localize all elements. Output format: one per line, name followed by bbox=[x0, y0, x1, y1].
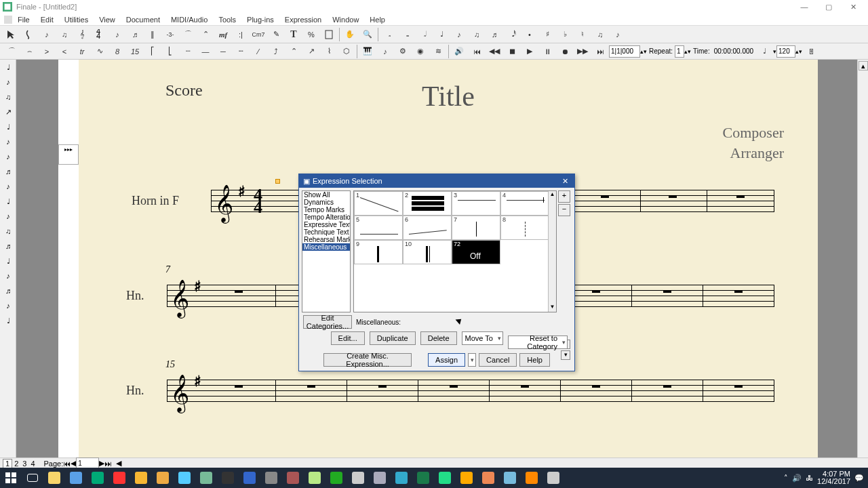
tb-app[interactable] bbox=[477, 468, 499, 488]
15ma-icon[interactable]: 15 bbox=[127, 44, 143, 59]
tb-app[interactable] bbox=[152, 468, 174, 488]
menu-window[interactable]: Window bbox=[327, 14, 364, 25]
note-icon[interactable]: ♬ bbox=[127, 27, 143, 42]
bracket2-icon[interactable]: ⎣ bbox=[162, 44, 178, 59]
sharp-icon[interactable]: ♯ bbox=[539, 27, 555, 42]
grid-cell-3[interactable]: 3 bbox=[452, 191, 500, 216]
palette-item[interactable]: ♩ bbox=[0, 119, 16, 134]
dialog-close-button[interactable]: ✕ bbox=[559, 177, 570, 186]
grid-scrollbar[interactable]: ▲ ▼ bbox=[548, 191, 556, 312]
assign-button[interactable]: Assign bbox=[428, 353, 465, 367]
tuplet-icon[interactable]: ⌃ bbox=[197, 27, 214, 42]
speedy-entry-icon[interactable]: ♫ bbox=[56, 27, 73, 42]
tab-3[interactable]: 3 bbox=[20, 460, 28, 468]
tb-app[interactable] bbox=[542, 468, 564, 488]
tb-app[interactable] bbox=[521, 468, 542, 488]
expression-tool-icon[interactable]: mf bbox=[215, 27, 231, 42]
chord-tool-icon[interactable]: Cm7 bbox=[250, 27, 267, 42]
zoom-in-button[interactable]: + bbox=[558, 190, 570, 203]
palette-item[interactable]: ♩ bbox=[0, 313, 16, 328]
tb-app[interactable] bbox=[130, 468, 152, 488]
palette-item[interactable]: ♩ bbox=[0, 60, 16, 75]
note2-icon[interactable]: 𝅝 bbox=[398, 27, 414, 42]
special-tools-icon[interactable]: ⚙ bbox=[395, 44, 411, 59]
bend-icon[interactable]: ⤴ bbox=[268, 44, 284, 59]
hand-grabber-icon[interactable]: ✋ bbox=[342, 27, 358, 42]
move-to-dropdown[interactable]: Move To bbox=[462, 331, 503, 345]
palette-item[interactable]: ♬ bbox=[0, 164, 16, 179]
grid-cell-7[interactable]: 7 bbox=[452, 216, 500, 240]
delete-button[interactable]: Delete bbox=[420, 331, 457, 345]
grid-cell-4[interactable]: 4 bbox=[500, 191, 549, 216]
menu-expression[interactable]: Expression bbox=[279, 14, 327, 25]
palette-item[interactable]: ♬ bbox=[0, 283, 16, 298]
palette-item[interactable]: ♪ bbox=[0, 75, 16, 89]
mirror-icon[interactable]: ≋ bbox=[430, 44, 446, 59]
score-title[interactable]: Title bbox=[422, 80, 475, 113]
natural-icon[interactable]: ♮ bbox=[574, 27, 591, 42]
composer-text[interactable]: Composer bbox=[723, 124, 784, 142]
page-layout-icon[interactable] bbox=[321, 27, 337, 42]
forward-icon[interactable]: ▶▶ bbox=[574, 44, 591, 59]
nav-last[interactable]: ⏭ bbox=[104, 460, 112, 468]
expression-handle[interactable] bbox=[275, 179, 280, 184]
dot-icon[interactable]: • bbox=[521, 27, 538, 42]
menu-edit[interactable]: Edit bbox=[35, 14, 59, 25]
cat-dynamics[interactable]: Dynamics bbox=[302, 199, 350, 206]
note7-icon[interactable]: ♬ bbox=[486, 27, 502, 42]
cat-tempo-marks[interactable]: Tempo Marks bbox=[302, 206, 350, 214]
nav-prev[interactable]: ◀ bbox=[71, 459, 76, 468]
speaker-icon[interactable]: 🔊 bbox=[451, 44, 467, 59]
nav-first[interactable]: ⏮ bbox=[63, 460, 71, 468]
menu-utilities[interactable]: Utilities bbox=[59, 14, 94, 25]
tb-app[interactable] bbox=[174, 468, 195, 488]
start-button[interactable] bbox=[0, 468, 22, 488]
right-scrollbar[interactable]: ▴ bbox=[857, 60, 868, 458]
tray-notifications-icon[interactable]: 💬 bbox=[854, 474, 864, 483]
decrescendo-icon[interactable]: > bbox=[39, 44, 55, 59]
palette-item[interactable]: ♪ bbox=[0, 134, 16, 149]
tb-app[interactable] bbox=[391, 468, 412, 488]
dashed-slur-icon[interactable]: ⌢ bbox=[21, 44, 37, 59]
record-icon[interactable]: ⏺ bbox=[557, 44, 573, 59]
close-button[interactable]: ✕ bbox=[841, 0, 865, 14]
pause-icon[interactable]: ⏸ bbox=[539, 44, 555, 59]
wavy-icon[interactable]: ∿ bbox=[92, 44, 108, 59]
reset-dropdown[interactable]: Reset to Category bbox=[508, 336, 568, 349]
tray-volume-icon[interactable]: 🔊 bbox=[792, 474, 802, 483]
palette-item[interactable]: ♪ bbox=[0, 209, 16, 224]
tb-app[interactable] bbox=[326, 468, 347, 488]
forward-all-icon[interactable]: ⏭ bbox=[592, 44, 608, 59]
score-canvas[interactable]: ▸▸▸ Score Title Composer Arranger Horn i… bbox=[16, 60, 857, 458]
note1-icon[interactable]: 𝅗 bbox=[380, 27, 397, 42]
measure-tool-icon[interactable]: :| bbox=[233, 27, 249, 42]
tb-app[interactable] bbox=[108, 468, 130, 488]
grid-cell-72[interactable]: 72 Off bbox=[452, 240, 500, 264]
tb-app[interactable] bbox=[434, 468, 456, 488]
grid-cell-6[interactable]: 6 bbox=[403, 216, 452, 240]
tb-app[interactable] bbox=[282, 468, 304, 488]
menu-plugins[interactable]: Plug-ins bbox=[241, 14, 279, 25]
hyperscribe-icon[interactable]: 𝄞 bbox=[74, 27, 90, 42]
tray-network-icon[interactable]: 🖧 bbox=[806, 474, 813, 482]
duplicate-button[interactable]: Duplicate bbox=[370, 331, 416, 345]
rewind-icon[interactable]: ◀◀ bbox=[486, 44, 502, 59]
repeat-field[interactable] bbox=[675, 45, 684, 58]
nav-next[interactable]: ▶ bbox=[99, 459, 104, 468]
simple-entry-icon[interactable]: ♪ bbox=[39, 27, 55, 42]
spin-down[interactable]: ▾ bbox=[561, 350, 570, 360]
palette-item[interactable]: ♫ bbox=[0, 224, 16, 239]
note3-icon[interactable]: 𝅗𝅥 bbox=[416, 27, 432, 42]
palette-item[interactable]: ♪ bbox=[0, 149, 16, 164]
dashed-bracket-icon[interactable]: ┄ bbox=[180, 44, 196, 59]
grid-cell-2[interactable]: 2 bbox=[403, 191, 452, 216]
line3-icon[interactable]: ╌ bbox=[233, 44, 249, 59]
selection-tool-icon[interactable] bbox=[3, 27, 20, 42]
ossia-icon[interactable]: ◉ bbox=[412, 44, 429, 59]
assign-dropdown[interactable] bbox=[468, 353, 476, 367]
repeat-icon[interactable]: ‖ bbox=[144, 27, 161, 42]
shape-icon[interactable]: ⬡ bbox=[338, 44, 355, 59]
midi-icon[interactable]: 🎹 bbox=[359, 44, 376, 59]
grid-cell-9[interactable]: 9 bbox=[354, 240, 403, 264]
tab-4[interactable]: 4 bbox=[28, 460, 37, 468]
